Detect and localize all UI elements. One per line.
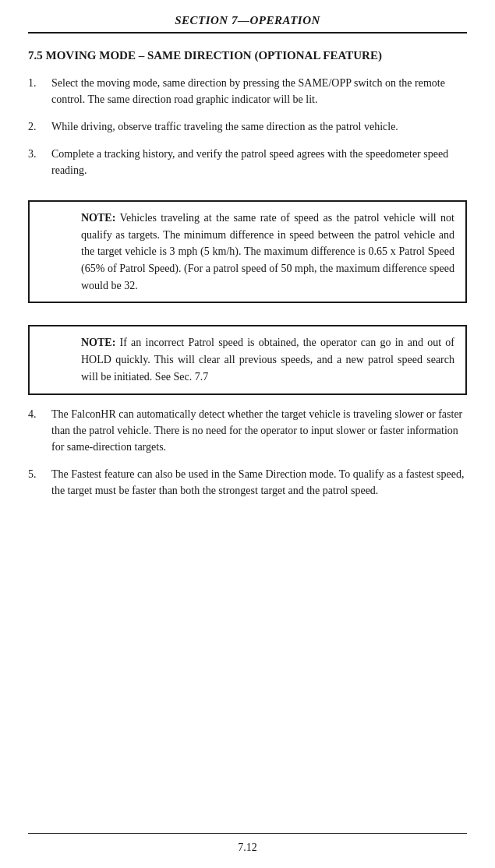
list-number-4: 4. [28,406,51,455]
section-header-title: SECTION 7—OPERATION [175,14,320,26]
note-box-2: NOTE: If an incorrect Patrol speed is ob… [28,325,467,394]
list-content-4: The FalconHR can automatically detect wh… [51,406,467,455]
note-text-1: Vehicles traveling at the same rate of s… [81,212,454,291]
list-item: 3. Complete a tracking history, and veri… [28,146,467,178]
note-text-2: If an incorrect Patrol speed is obtained… [81,337,454,382]
list-number-1: 1. [28,75,51,108]
numbered-list-continued: 4. The FalconHR can automatically detect… [28,406,467,510]
page-number: 7.12 [238,842,257,853]
list-number-3: 3. [28,146,51,178]
list-item: 5. The Fastest feature can also be used … [28,466,467,499]
numbered-list: 1. Select the moving mode, same directio… [28,75,467,189]
page-footer: 7.12 [28,833,467,854]
note-label-1: NOTE: [81,212,115,224]
note-label-2: NOTE: [81,337,115,348]
note-box-1-content: NOTE: Vehicles traveling at the same rat… [41,210,454,294]
list-content-1: Select the moving mode, same direction b… [51,75,467,108]
list-content-5: The Fastest feature can also be used in … [51,466,467,499]
list-item: 2. While driving, observe traffic travel… [28,118,467,135]
section-header: SECTION 7—OPERATION [28,14,467,34]
list-item: 1. Select the moving mode, same directio… [28,75,467,108]
section-title: 7.5 MOVING MODE – SAME DIRECTION (OPTION… [28,48,467,64]
list-item: 4. The FalconHR can automatically detect… [28,406,467,455]
page-container: SECTION 7—OPERATION 7.5 MOVING MODE – SA… [0,0,495,868]
note-box-1: NOTE: Vehicles traveling at the same rat… [28,200,467,303]
list-content-3: Complete a tracking history, and verify … [51,146,467,178]
list-content-2: While driving, observe traffic traveling… [51,118,467,135]
list-number-5: 5. [28,466,51,499]
list-number-2: 2. [28,118,51,135]
note-box-2-content: NOTE: If an incorrect Patrol speed is ob… [41,334,454,385]
